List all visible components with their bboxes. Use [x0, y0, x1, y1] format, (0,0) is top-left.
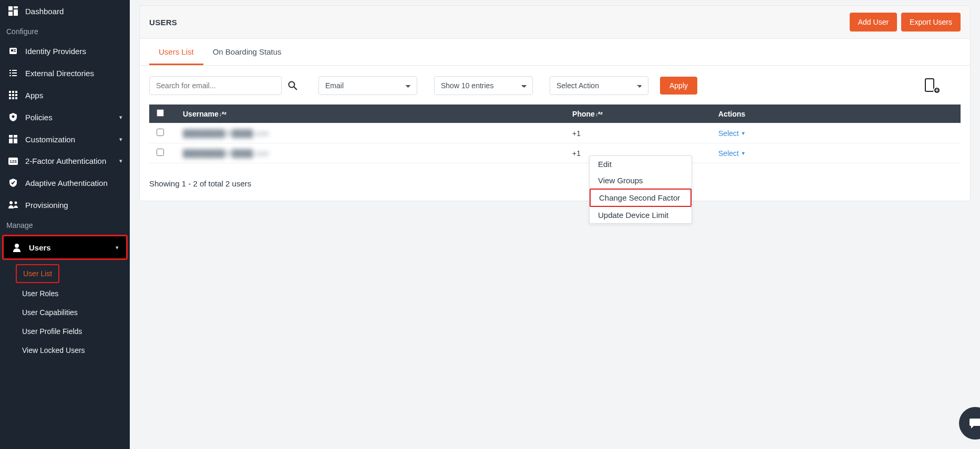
sidebar-item-2fa[interactable]: 123 2-Factor Authentication ▾ — [0, 150, 130, 172]
svg-rect-20 — [9, 97, 11, 99]
svg-rect-9 — [12, 70, 17, 71]
tab-onboarding-status[interactable]: On Boarding Status — [203, 39, 291, 65]
add-user-button[interactable]: Add User — [850, 13, 897, 32]
search-icon[interactable] — [288, 81, 297, 90]
svg-rect-18 — [12, 94, 14, 96]
sidebar-item-customization[interactable]: Customization ▾ — [0, 128, 130, 150]
svg-rect-3 — [8, 12, 13, 16]
sidebar-sub-user-profile-fields[interactable]: User Profile Fields — [0, 322, 130, 341]
add-device-icon[interactable]: + — [924, 78, 940, 93]
svg-rect-0 — [8, 6, 13, 11]
users-table: Username↓ᴬᶻ Phone↓ᴬᶻ Actions ████████@██… — [149, 105, 961, 163]
row-action-select[interactable]: Select ▼ — [718, 149, 746, 158]
svg-rect-5 — [11, 49, 13, 51]
svg-rect-6 — [14, 49, 16, 50]
dropdown-view-groups[interactable]: View Groups — [590, 172, 692, 189]
sidebar-item-adaptive-auth[interactable]: Adaptive Authentication — [0, 172, 130, 194]
page-header: USERS Add User Export Users — [139, 5, 971, 38]
svg-point-23 — [12, 116, 15, 118]
svg-text:123: 123 — [9, 159, 17, 164]
provisioning-icon — [7, 200, 19, 210]
dashboard-icon — [7, 6, 19, 16]
page-title: USERS — [149, 18, 177, 27]
svg-point-30 — [9, 201, 13, 204]
sidebar-item-label: Dashboard — [25, 7, 64, 16]
search-input[interactable] — [149, 76, 282, 95]
user-icon — [11, 243, 23, 252]
tab-users-list[interactable]: Users List — [149, 39, 203, 65]
svg-line-34 — [294, 87, 297, 90]
svg-rect-8 — [9, 70, 11, 71]
table-row: ████████@████.com +1 Select ▼ — [149, 143, 961, 163]
sort-icon: ↓ᴬᶻ — [595, 111, 603, 117]
svg-rect-16 — [15, 91, 17, 93]
2fa-icon: 123 — [7, 158, 19, 165]
main-content: USERS Add User Export Users Users List O… — [130, 0, 980, 449]
sidebar-sub-user-roles[interactable]: User Roles — [0, 284, 130, 303]
table-wrap: Username↓ᴬᶻ Phone↓ᴬᶻ Actions ████████@██… — [140, 105, 970, 171]
highlight-users: Users ▾ — [2, 235, 128, 260]
dropdown-update-device-limit[interactable]: Update Device Limit — [590, 207, 692, 223]
sidebar-item-dashboard[interactable]: Dashboard — [0, 0, 130, 22]
svg-rect-15 — [12, 91, 14, 93]
svg-rect-21 — [12, 97, 14, 99]
col-phone[interactable]: Phone↓ᴬᶻ — [565, 105, 711, 123]
action-select[interactable]: Select Action — [550, 76, 648, 95]
svg-rect-7 — [14, 51, 16, 52]
username-cell: ████████@████.com — [183, 129, 269, 138]
svg-rect-26 — [9, 139, 13, 143]
sidebar-sub-view-locked-users[interactable]: View Locked Users — [0, 341, 130, 360]
entries-select[interactable]: Show 10 entries — [434, 76, 533, 95]
sidebar-item-label: Users — [29, 243, 51, 252]
sidebar-item-users[interactable]: Users ▾ — [4, 236, 126, 258]
caret-down-icon: ▼ — [741, 151, 746, 156]
sidebar-item-apps[interactable]: Apps — [0, 84, 130, 106]
sidebar-item-label: Provisioning — [25, 201, 68, 210]
tabs: Users List On Boarding Status — [140, 39, 970, 66]
svg-rect-27 — [14, 139, 17, 143]
sidebar-item-provisioning[interactable]: Provisioning — [0, 194, 130, 216]
chevron-down-icon: ▾ — [119, 158, 122, 164]
table-summary: Showing 1 - 2 of total 2 users — [140, 171, 970, 201]
caret-down-icon: ▼ — [741, 131, 746, 136]
sidebar-item-external-directories[interactable]: External Directories — [0, 62, 130, 84]
svg-rect-13 — [12, 75, 17, 76]
sidebar-item-label: Customization — [25, 135, 75, 144]
list-icon — [7, 68, 19, 78]
svg-rect-1 — [14, 6, 18, 8]
col-username[interactable]: Username↓ᴬᶻ — [176, 105, 565, 123]
dropdown-change-second-factor[interactable]: Change Second Factor — [590, 189, 692, 207]
dropdown-edit[interactable]: Edit — [590, 156, 692, 172]
field-select[interactable]: Email — [318, 76, 417, 95]
select-all-checkbox[interactable] — [157, 109, 164, 117]
svg-point-33 — [289, 82, 295, 88]
sidebar-item-policies[interactable]: Policies ▾ — [0, 106, 130, 128]
sidebar-item-label: Adaptive Authentication — [25, 179, 108, 187]
sidebar-item-label: External Directories — [25, 69, 94, 78]
sidebar-item-label: Policies — [25, 113, 53, 122]
row-checkbox[interactable] — [157, 149, 164, 156]
sidebar-sub-user-capabilities[interactable]: User Capabilities — [0, 303, 130, 322]
svg-point-31 — [15, 202, 17, 204]
svg-rect-11 — [12, 72, 17, 74]
username-cell: ████████@████.com — [183, 149, 269, 158]
idp-icon — [7, 46, 19, 56]
row-action-select[interactable]: Select ▼ — [718, 129, 746, 138]
chevron-down-icon: ▾ — [119, 136, 122, 143]
row-checkbox[interactable] — [157, 129, 164, 136]
svg-rect-25 — [14, 135, 17, 138]
apply-button[interactable]: Apply — [660, 77, 697, 95]
svg-rect-2 — [14, 9, 18, 16]
sidebar-sub-user-list[interactable]: User List — [18, 266, 57, 281]
svg-rect-12 — [9, 75, 11, 76]
table-row: ████████@████.com +1 Select ▼ — [149, 123, 961, 143]
svg-rect-17 — [9, 94, 11, 96]
sidebar-item-label: Apps — [25, 91, 43, 100]
svg-rect-14 — [9, 91, 11, 93]
svg-rect-10 — [9, 72, 11, 74]
section-configure: Configure — [0, 22, 130, 40]
export-users-button[interactable]: Export Users — [901, 13, 961, 32]
sidebar-item-identity-providers[interactable]: Identity Providers — [0, 40, 130, 62]
sidebar-item-label: 2-Factor Authentication — [25, 156, 106, 165]
section-manage: Manage — [0, 216, 130, 234]
